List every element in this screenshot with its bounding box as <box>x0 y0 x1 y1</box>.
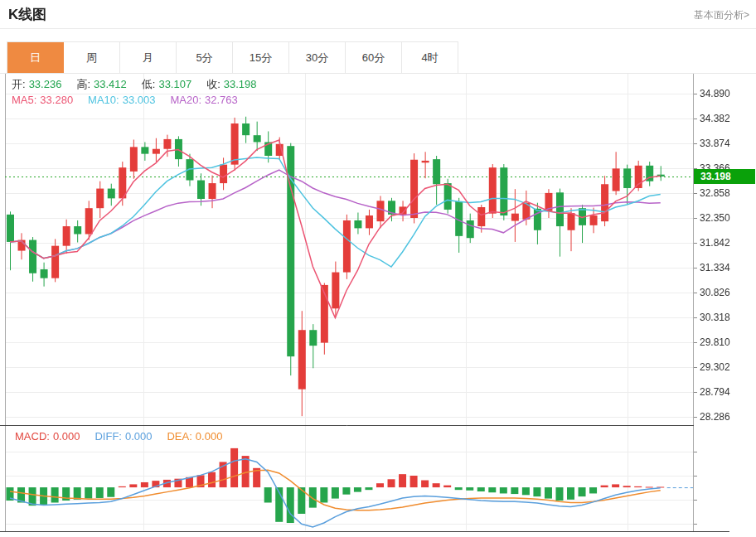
tab-month[interactable]: 月 <box>120 42 177 74</box>
macd-label: MACD: <box>15 430 50 443</box>
kline-page: { "header": { "title": "K线图", "link": "基… <box>0 0 756 537</box>
ma-label: MA20: <box>170 94 201 106</box>
ma-label: MA10: <box>88 94 119 106</box>
ma-value: 33.003 <box>123 94 156 106</box>
ohlc-label: 收: <box>206 78 220 90</box>
tab-week[interactable]: 周 <box>64 42 120 74</box>
ohlc-label: 开: <box>12 78 26 90</box>
tab-30min[interactable]: 30分 <box>289 42 346 74</box>
tab-15min[interactable]: 15分 <box>233 42 289 74</box>
tab-60min[interactable]: 60分 <box>346 42 402 74</box>
ohlc-item: 低:33.107 <box>142 78 195 90</box>
page-title: K线图 <box>8 5 46 24</box>
macd-label: DIFF: <box>94 430 122 443</box>
ma-item: MA20:32.763 <box>170 94 240 106</box>
macd-label: DEA: <box>167 430 191 443</box>
ohlc-item: 收:33.198 <box>206 78 259 90</box>
tab-4hour[interactable]: 4时 <box>402 42 458 74</box>
macd-value: 0.000 <box>53 430 80 443</box>
ohlc-value: 33.412 <box>94 78 127 90</box>
macd-item: DEA:0.000 <box>167 430 225 443</box>
ohlc-label: 低: <box>142 78 156 90</box>
ma-value: 33.280 <box>40 94 73 106</box>
ohlc-value: 33.198 <box>224 78 257 90</box>
ohlc-item: 开:33.236 <box>12 78 65 90</box>
ma-item: MA5:33.280 <box>12 94 76 106</box>
macd-item: DIFF:0.000 <box>94 430 155 443</box>
tabbar-underline <box>0 73 756 74</box>
ohlc-info-row: 开:33.236高:33.412低:33.107收:33.198 <box>12 77 272 92</box>
ma-label: MA5: <box>12 94 36 106</box>
tab-5min[interactable]: 5分 <box>177 42 233 74</box>
ohlc-item: 高:33.412 <box>76 78 129 90</box>
macd-info-row: MACD:0.000DIFF:0.000DEA:0.000 <box>15 430 237 443</box>
ohlc-value: 33.107 <box>158 78 191 90</box>
ohlc-label: 高: <box>76 78 90 90</box>
macd-value: 0.000 <box>196 430 223 443</box>
macd-value: 0.000 <box>125 430 153 443</box>
macd-item: MACD:0.000 <box>15 430 83 443</box>
current-price-badge: 33.198 <box>694 169 755 184</box>
period-tabbar: 日周月5分15分30分60分4时 <box>7 41 458 74</box>
ma-info-row: MA5:33.280MA10:33.003MA20:32.763 <box>12 94 253 106</box>
ma-item: MA10:33.003 <box>88 94 158 106</box>
page-header: K线图 基本面分析> <box>0 0 756 29</box>
tab-day[interactable]: 日 <box>7 42 64 74</box>
ohlc-value: 33.236 <box>29 78 62 90</box>
ma-value: 32.763 <box>205 94 238 106</box>
macd-axis: 0.7030.230-0.243-0.715 <box>695 0 756 537</box>
